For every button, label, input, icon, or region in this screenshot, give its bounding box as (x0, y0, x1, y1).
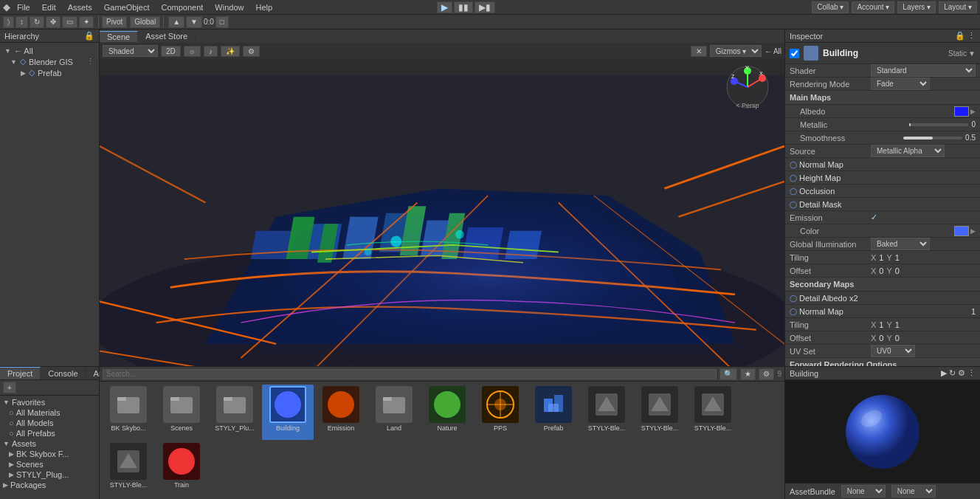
asset-item-styly4[interactable]: STYLY-Ble... (103, 441, 154, 497)
asset-item-prefab[interactable]: Prefab (528, 385, 579, 440)
lighting-toggle[interactable]: ☼ (184, 46, 201, 57)
collab-button[interactable]: Collab ▾ (812, 1, 849, 13)
offset-x-label: X (871, 266, 876, 275)
pivot-button[interactable]: Pivot (102, 16, 127, 28)
menu-edit[interactable]: Edit (37, 2, 61, 13)
scale-tool[interactable]: ✥ (46, 16, 61, 28)
maximize-btn[interactable]: ✕ (691, 46, 707, 57)
pause-button[interactable]: ▮▮ (454, 1, 473, 13)
rendering-mode-dropdown[interactable]: Fade Opaque Transparent (871, 78, 930, 90)
all-models[interactable]: ○ All Models (0, 418, 99, 428)
menu-assets[interactable]: Assets (63, 2, 97, 13)
asset-item-train[interactable]: Train (156, 441, 207, 497)
asset-item-nature[interactable]: Nature (421, 385, 473, 440)
hierarchy-all[interactable]: ▼ ← All (0, 46, 99, 56)
asset-item-styly2[interactable]: STYLY-Ble... (634, 385, 686, 440)
asset-item-styly1[interactable]: STYLY-Ble... (581, 385, 632, 440)
albedo-color[interactable] (954, 106, 969, 117)
emission-color[interactable] (954, 226, 969, 236)
assets-header[interactable]: ▼ Assets (0, 438, 99, 449)
scene-view[interactable]: Scene Asset Store Shaded Wireframe 2D ☼ … (100, 30, 784, 366)
multi-tool[interactable]: ✦ (79, 16, 94, 28)
emission-color-picker[interactable]: ▶ (970, 227, 976, 235)
layers-button[interactable]: Layers ▾ (897, 1, 936, 13)
rect-tool[interactable]: ▭ (62, 16, 77, 28)
account-button[interactable]: Account ▾ (852, 1, 894, 13)
asset-settings[interactable]: ⚙ (759, 368, 774, 380)
2d-toggle[interactable]: 2D (161, 46, 181, 57)
scene-tab[interactable]: Scene (100, 31, 138, 42)
step-button[interactable]: ▶▮ (475, 1, 495, 13)
offset-label: Offset (790, 266, 871, 275)
fx-toggle[interactable]: ✨ (221, 46, 240, 57)
hierarchy-blender-gis[interactable]: ▼ ◇ Blender GIS ⋮ (0, 56, 99, 67)
all-prefabs[interactable]: ○ All Prefabs (0, 428, 99, 438)
hierarchy-menu[interactable]: ⋮ (86, 57, 94, 66)
scene-settings[interactable]: ⚙ (243, 46, 260, 57)
emission-label: Emission (790, 213, 871, 222)
menu-help[interactable]: Help (250, 2, 277, 13)
asset-item-scenes[interactable]: Scenes (156, 385, 207, 440)
styly-plugin[interactable]: ▶ STYLY_Plug... (0, 469, 99, 480)
audio-toggle[interactable]: ♪ (204, 46, 218, 57)
hand-tool[interactable]: 〉 (3, 16, 14, 28)
asset-search-button[interactable]: 🔍 (720, 368, 737, 380)
inspector-panel: Inspector 🔒 ⋮ Building Static ▼ Shader S… (784, 30, 980, 366)
gizmos-dropdown[interactable]: Gizmos ▾ (710, 45, 762, 57)
asset-bundle-dropdown2[interactable]: None (891, 485, 936, 498)
hierarchy-lock[interactable]: 🔒 (84, 31, 94, 41)
preview-settings[interactable]: ⚙ (958, 368, 965, 378)
asset-search-input[interactable] (103, 369, 717, 379)
asset-item-styly-plug[interactable]: STYLY_Plu... (209, 385, 260, 440)
add-asset-button[interactable]: + (3, 382, 16, 393)
shading-dropdown[interactable]: Shaded Wireframe (103, 45, 158, 57)
asset-item-building[interactable]: Building (262, 385, 314, 440)
menu-component[interactable]: Component (156, 2, 208, 13)
snap-settings[interactable]: ▼ (186, 16, 202, 28)
asset-item-pps[interactable]: PPS (475, 385, 526, 440)
console-tab[interactable]: Console (41, 367, 86, 379)
inspector-lock[interactable]: 🔒 (955, 31, 965, 41)
favorites-header[interactable]: ▼ Favorites (0, 397, 99, 407)
packages-header[interactable]: ▶ Packages (0, 480, 99, 490)
asset-item-styly3[interactable]: STYLY-Ble... (687, 385, 739, 440)
menu-gameobject[interactable]: GameObject (99, 2, 155, 13)
play-button[interactable]: ▶ (437, 1, 452, 13)
rotate-tool[interactable]: ↻ (30, 16, 44, 28)
source-dropdown[interactable]: Metallic Alpha (871, 145, 945, 157)
asset-star[interactable]: ★ (740, 368, 756, 380)
preview-menu[interactable]: ⋮ (967, 368, 976, 378)
menu-window[interactable]: Window (210, 2, 249, 13)
global-illumination-dropdown[interactable]: Baked Realtime (871, 238, 930, 250)
preview-play[interactable]: ▶ (941, 368, 947, 378)
hierarchy-prefab[interactable]: ▶ ◇ Prefab (0, 67, 99, 78)
global-button[interactable]: Global (130, 16, 160, 28)
project-tab[interactable]: Project (0, 367, 41, 379)
static-dropdown[interactable]: ▼ (968, 49, 976, 58)
metallic-slider[interactable] (909, 123, 968, 126)
uv-set-label: UV Set (790, 347, 871, 356)
shader-dropdown[interactable]: Standard (871, 64, 976, 77)
snap-button[interactable]: ▲ (168, 16, 184, 28)
object-active-checkbox[interactable] (790, 49, 799, 58)
asset-bundle-dropdown1[interactable]: None (841, 485, 886, 498)
menu-file[interactable]: File (12, 2, 35, 13)
asset-store-tab[interactable]: Asset Store (138, 31, 196, 41)
albedo-picker[interactable]: ▶ (970, 108, 976, 115)
emission-checkbox[interactable]: ✓ (871, 213, 877, 222)
all-materials[interactable]: ○ All Materials (0, 407, 99, 418)
uv-set-dropdown[interactable]: UV0 UV1 (871, 345, 915, 357)
scene-gizmo[interactable]: X Y Z < Persp (725, 65, 770, 109)
svg-point-45 (275, 391, 301, 418)
layout-button[interactable]: Layout ▾ (939, 1, 977, 13)
preview-refresh[interactable]: ↻ (949, 368, 956, 378)
move-tool[interactable]: ↕ (15, 16, 28, 28)
inspector-menu[interactable]: ⋮ (967, 31, 976, 41)
grid-btn[interactable]: □ (215, 16, 229, 28)
scenes-folder[interactable]: ▶ Scenes (0, 459, 99, 469)
asset-item-land[interactable]: Land (368, 385, 420, 440)
bk-skybox[interactable]: ▶ BK Skybox F... (0, 449, 99, 459)
smoothness-slider[interactable] (903, 137, 962, 140)
asset-item-emission[interactable]: Emission (315, 385, 367, 440)
asset-item-skybox[interactable]: BK Skybo... (103, 385, 154, 440)
